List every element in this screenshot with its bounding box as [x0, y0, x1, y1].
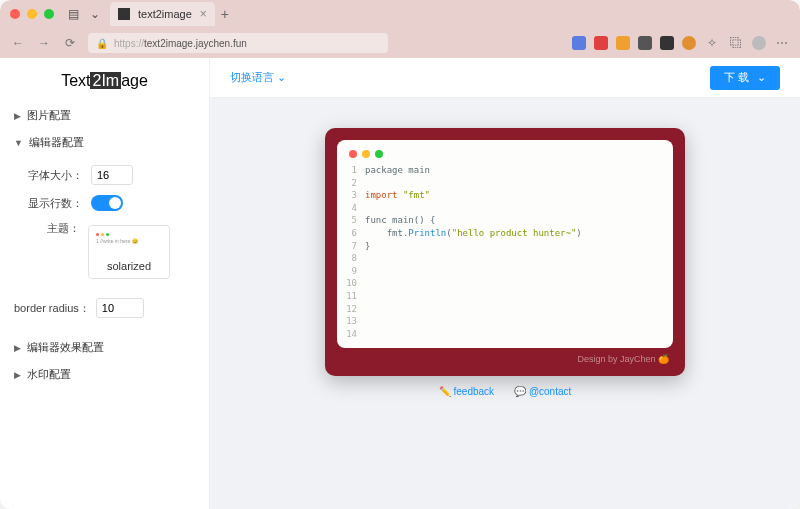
- minimize-window-icon[interactable]: [27, 9, 37, 19]
- border-radius-label: border radius：: [14, 301, 90, 316]
- section-editor-config[interactable]: ▼ 编辑器配置: [0, 129, 209, 156]
- extension-icon[interactable]: [572, 36, 586, 50]
- preview-canvas: 1package main23import "fmt"45func main()…: [210, 98, 800, 509]
- language-switcher[interactable]: 切换语言 ⌄: [230, 70, 286, 85]
- theme-label: 主题：: [28, 221, 80, 236]
- theme-card[interactable]: 1 //write in here 😊 solarized: [88, 225, 170, 279]
- extension-bar: ✧ ⿻ ⋯: [572, 36, 790, 50]
- chevron-down-icon[interactable]: ⌄: [88, 7, 102, 21]
- chevron-down-icon: ⌄: [277, 71, 286, 83]
- more-menu-icon[interactable]: ⋯: [774, 36, 790, 50]
- image-frame: 1package main23import "fmt"45func main()…: [325, 128, 685, 376]
- window-controls: [10, 9, 54, 19]
- caret-down-icon: ▼: [14, 138, 23, 148]
- tab-close-icon[interactable]: ×: [200, 7, 207, 21]
- code-window[interactable]: 1package main23import "fmt"45func main()…: [337, 140, 673, 348]
- browser-titlebar: ▤ ⌄ text2image × +: [0, 0, 800, 28]
- theme-name: solarized: [93, 256, 165, 274]
- window-dots: [345, 148, 665, 164]
- tab-title: text2image: [138, 8, 192, 20]
- back-button[interactable]: ←: [10, 36, 26, 50]
- refresh-button[interactable]: ⟳: [62, 36, 78, 50]
- extension-icon[interactable]: [638, 36, 652, 50]
- url-text: https://text2image.jaychen.fun: [114, 38, 247, 49]
- sidebar: Text2Image ▶ 图片配置 ▼ 编辑器配置 字体大小： 显示行数： 主题…: [0, 58, 210, 509]
- dot-yellow-icon: [362, 150, 370, 158]
- border-radius-input[interactable]: [96, 298, 144, 318]
- share-icon[interactable]: ✧: [704, 36, 720, 50]
- maximize-window-icon[interactable]: [44, 9, 54, 19]
- sidebar-toggle-icon[interactable]: ▤: [66, 7, 80, 21]
- caret-right-icon: ▶: [14, 111, 21, 121]
- dot-green-icon: [375, 150, 383, 158]
- extension-icon[interactable]: [660, 36, 674, 50]
- code-body[interactable]: 1package main23import "fmt"45func main()…: [345, 164, 665, 340]
- browser-address-bar: ← → ⟳ 🔒 https://text2image.jaychen.fun ✧…: [0, 28, 800, 58]
- forward-button[interactable]: →: [36, 36, 52, 50]
- browser-tab[interactable]: text2image ×: [110, 2, 215, 26]
- dot-red-icon: [349, 150, 357, 158]
- caret-right-icon: ▶: [14, 343, 21, 353]
- section-effect-config[interactable]: ▶ 编辑器效果配置: [0, 334, 209, 361]
- lock-icon: 🔒: [96, 38, 108, 49]
- font-size-label: 字体大小：: [28, 168, 83, 183]
- contact-link[interactable]: 💬 @contact: [514, 386, 571, 397]
- download-button[interactable]: 下 载⌄: [710, 66, 780, 90]
- main-topbar: 切换语言 ⌄ 下 载⌄: [210, 58, 800, 98]
- url-input[interactable]: 🔒 https://text2image.jaychen.fun: [88, 33, 388, 53]
- section-watermark-config[interactable]: ▶ 水印配置: [0, 361, 209, 388]
- show-lines-toggle[interactable]: [91, 195, 123, 211]
- app-logo: Text2Image: [0, 66, 209, 102]
- extension-icon[interactable]: [616, 36, 630, 50]
- chevron-down-icon: ⌄: [757, 71, 766, 84]
- editor-config-body: 字体大小： 显示行数： 主题： 1 //write in here 😊 sola…: [0, 156, 209, 292]
- section-image-config[interactable]: ▶ 图片配置: [0, 102, 209, 129]
- extension-icon[interactable]: [594, 36, 608, 50]
- main-area: 切换语言 ⌄ 下 载⌄ 1package main23import "fmt"4…: [210, 58, 800, 509]
- theme-preview: 1 //write in here 😊: [93, 230, 165, 256]
- extension-icon[interactable]: [682, 36, 696, 50]
- font-size-input[interactable]: [91, 165, 133, 185]
- caret-right-icon: ▶: [14, 370, 21, 380]
- close-window-icon[interactable]: [10, 9, 20, 19]
- profile-avatar-icon[interactable]: [752, 36, 766, 50]
- show-lines-label: 显示行数：: [28, 196, 83, 211]
- tab-favicon-icon: [118, 8, 130, 20]
- footer-links: ✏️ feedback 💬 @contact: [439, 376, 572, 411]
- credit-text: Design by JayChen 🍊: [337, 348, 673, 364]
- feedback-link[interactable]: ✏️ feedback: [439, 386, 494, 397]
- new-tab-button[interactable]: +: [221, 6, 229, 22]
- copy-icon[interactable]: ⿻: [728, 36, 744, 50]
